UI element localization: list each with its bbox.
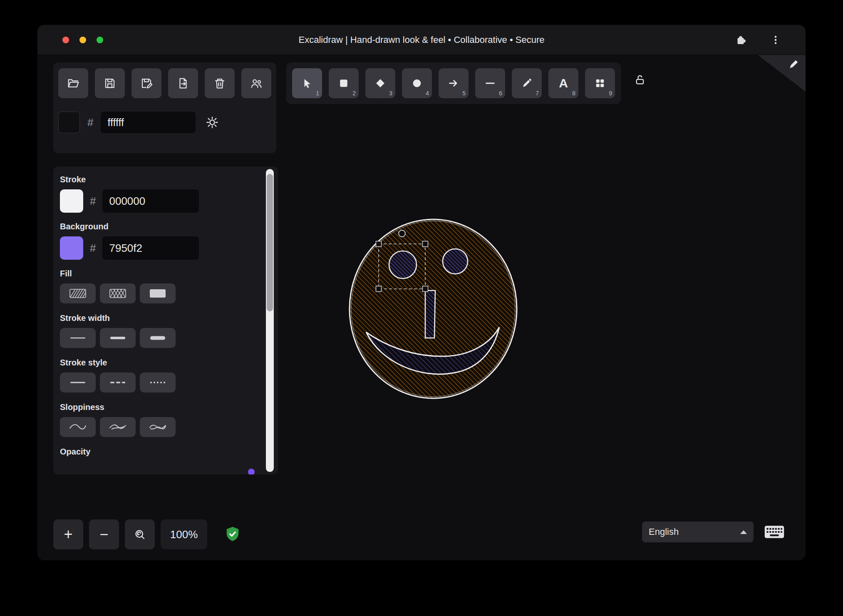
solid-line-icon	[69, 377, 87, 388]
background-hash: #	[90, 242, 96, 255]
folder-open-icon	[67, 77, 79, 89]
export-image-button[interactable]	[168, 68, 198, 98]
rotation-handle	[399, 230, 405, 237]
stroke-style-solid-button[interactable]	[60, 373, 96, 392]
text-tool-icon: A	[559, 76, 568, 90]
shapes-grid-icon	[594, 77, 606, 89]
panel-scrollbar-track[interactable]	[266, 169, 274, 472]
background-color-swatch[interactable]	[60, 236, 83, 260]
hachure-icon	[69, 288, 87, 299]
extrabold-line-icon	[149, 332, 167, 344]
keyboard-icon	[764, 524, 785, 540]
trash-icon	[213, 77, 226, 89]
window-titlebar: Excalidraw | Hand-drawn look & feel • Co…	[37, 25, 806, 55]
rectangle-icon	[338, 77, 350, 89]
language-selected: English	[649, 527, 679, 537]
opacity-label: Opacity	[60, 447, 278, 457]
export-icon	[177, 77, 189, 89]
zoom-in-button[interactable]: +	[53, 519, 83, 549]
fill-label: Fill	[60, 269, 278, 278]
tool-arrow[interactable]: 5	[439, 68, 469, 98]
chevron-up-icon	[740, 530, 747, 534]
dotted-line-icon	[149, 377, 167, 388]
left-eye	[389, 251, 417, 278]
zoom-out-button[interactable]: −	[89, 519, 119, 549]
opacity-slider-thumb[interactable]	[248, 469, 255, 474]
properties-panel: Stroke # Background # Fill	[53, 166, 278, 474]
background-label: Background	[60, 222, 278, 231]
save-as-icon	[140, 77, 153, 89]
right-eye	[443, 249, 468, 274]
tool-draw[interactable]: 7	[512, 68, 542, 98]
stroke-style-dashed-button[interactable]	[100, 373, 136, 392]
tool-rectangle[interactable]: 2	[329, 68, 359, 98]
cartoonist-squiggle-icon	[149, 421, 167, 433]
tool-text[interactable]: A 8	[548, 68, 578, 98]
shield-check-icon	[225, 526, 241, 543]
zoom-level[interactable]: 100%	[161, 519, 207, 549]
background-color-input[interactable]	[102, 236, 199, 260]
stroke-label: Stroke	[60, 175, 278, 184]
tool-diamond[interactable]: 3	[365, 68, 395, 98]
diamond-icon	[374, 77, 386, 89]
desktop: Excalidraw | Hand-drawn look & feel • Co…	[0, 0, 843, 616]
save-as-button[interactable]	[131, 68, 161, 98]
ellipse-icon	[411, 77, 423, 89]
thin-line-icon	[69, 332, 87, 344]
stroke-hash: #	[90, 195, 96, 208]
panel-scrollbar-thumb[interactable]	[267, 174, 273, 311]
tool-selection[interactable]: 1	[292, 68, 322, 98]
stroke-width-thin-button[interactable]	[60, 328, 96, 348]
stroke-width-label: Stroke width	[60, 313, 278, 323]
lock-tool-button[interactable]	[628, 68, 652, 92]
live-collaboration-button[interactable]	[241, 68, 271, 98]
sloppiness-label: Sloppiness	[60, 402, 278, 412]
stroke-width-extrabold-button[interactable]	[140, 328, 176, 348]
open-file-button[interactable]	[58, 68, 88, 98]
canvas-background-swatch[interactable]	[58, 112, 80, 133]
line-icon	[484, 77, 496, 89]
solid-fill-icon	[149, 288, 167, 299]
save-file-button[interactable]	[95, 68, 125, 98]
page-title: Excalidraw | Hand-drawn look & feel • Co…	[37, 25, 806, 55]
clear-canvas-button[interactable]	[205, 68, 235, 98]
fill-crosshatch-button[interactable]	[100, 283, 136, 303]
drawing-canvas[interactable]: # 1 2 3	[37, 55, 806, 560]
theme-toggle-button[interactable]	[203, 113, 221, 132]
tool-shapes[interactable]: 9	[585, 68, 615, 98]
sun-icon	[206, 116, 219, 129]
bold-line-icon	[109, 332, 127, 344]
sloppiness-architect-button[interactable]	[60, 417, 96, 437]
extensions-puzzle-icon[interactable]	[732, 32, 749, 48]
encryption-status	[225, 526, 241, 543]
tool-line[interactable]: 6	[475, 68, 505, 98]
crosshatch-icon	[109, 288, 127, 299]
kebab-menu-icon[interactable]	[767, 32, 784, 48]
unlocked-padlock-icon	[634, 74, 646, 86]
pencil-icon	[521, 77, 533, 89]
language-select[interactable]: English	[642, 522, 754, 542]
arrow-icon	[448, 77, 459, 89]
stroke-color-input[interactable]	[102, 189, 199, 213]
keyboard-shortcuts-button[interactable]	[762, 523, 786, 541]
sloppiness-cartoonist-button[interactable]	[140, 417, 176, 437]
pen-corner-icon	[788, 59, 799, 70]
cursor-arrow-icon	[301, 77, 313, 89]
sloppiness-artist-button[interactable]	[100, 417, 136, 437]
excalidraw-window: Excalidraw | Hand-drawn look & feel • Co…	[37, 25, 806, 560]
dashed-line-icon	[109, 377, 127, 388]
nose	[425, 291, 435, 338]
fill-solid-button[interactable]	[140, 283, 176, 303]
stroke-style-dotted-button[interactable]	[140, 373, 176, 392]
file-toolbar-island: #	[53, 62, 276, 153]
canvas-background-input[interactable]	[101, 112, 196, 133]
zoom-reset-button[interactable]	[125, 519, 155, 549]
shape-toolbar-island: 1 2 3 4 5	[286, 62, 621, 104]
stroke-color-swatch[interactable]	[60, 189, 83, 213]
architect-squiggle-icon	[69, 421, 87, 433]
fill-hachure-button[interactable]	[60, 283, 96, 303]
zoom-controls: + − 100%	[53, 519, 241, 549]
stroke-width-bold-button[interactable]	[100, 328, 136, 348]
tool-ellipse[interactable]: 4	[402, 68, 432, 98]
stroke-style-label: Stroke style	[60, 358, 278, 368]
